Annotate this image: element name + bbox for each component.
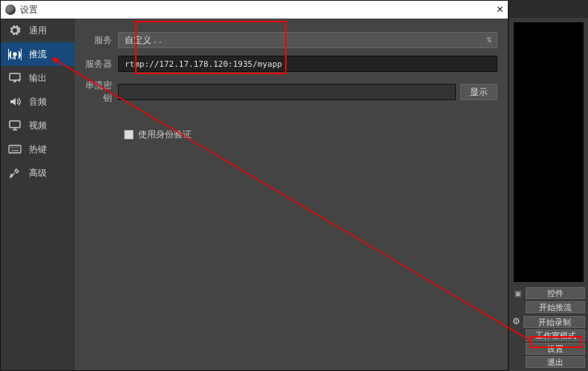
- sidebar-item-video[interactable]: 视频: [1, 114, 75, 137]
- sidebar-item-label: 通用: [29, 24, 47, 37]
- start-record-button[interactable]: 开始录制: [523, 316, 585, 328]
- sidebar-item-hotkeys[interactable]: 热键: [1, 137, 75, 161]
- chevron-updown-icon: ⇅: [486, 36, 492, 44]
- monitor-icon: [8, 73, 22, 83]
- tools-icon: [8, 167, 22, 179]
- sidebar-item-stream[interactable]: A 推流: [1, 42, 75, 66]
- sidebar-item-label: 音频: [29, 96, 47, 108]
- service-label: 服务: [85, 34, 118, 47]
- studio-mode-button[interactable]: 工作室模式: [526, 329, 585, 341]
- close-icon[interactable]: ×: [497, 3, 503, 16]
- broadcast-icon: A: [8, 48, 22, 60]
- show-button[interactable]: 显示: [460, 84, 497, 100]
- keyboard-icon: [8, 145, 22, 154]
- dock-icon[interactable]: ▣: [512, 289, 523, 298]
- window-title: 设置: [20, 4, 38, 16]
- svg-rect-1: [10, 73, 20, 80]
- speaker-icon: [8, 96, 22, 107]
- right-top-bar: [509, 0, 588, 18]
- app-icon: [5, 4, 16, 15]
- sidebar-item-label: 推流: [29, 48, 47, 61]
- sidebar-item-label: 高级: [29, 167, 47, 180]
- sidebar-item-label: 输出: [29, 72, 47, 85]
- auth-checkbox-label: 使用身份验证: [138, 128, 192, 141]
- sidebar-item-audio[interactable]: 音频: [1, 90, 75, 114]
- main-window-right: ▣ 控件 开始推流 ⚙ 开始录制 工作室模式 设置 退出: [509, 0, 588, 371]
- sidebar-item-advanced[interactable]: 高级: [1, 161, 75, 185]
- display-icon: [8, 120, 22, 131]
- main-panel: 服务 自定义 . . ⇅ 服务器 rtmp://172.17.178.120:1…: [75, 19, 508, 370]
- server-input[interactable]: rtmp://172.17.178.120:1935/myapp: [118, 56, 497, 72]
- settings-window: 设置 × 通用 A 推流 输出: [0, 0, 509, 371]
- svg-text:A: A: [12, 56, 15, 60]
- controls-title: 控件: [526, 287, 585, 299]
- svg-rect-2: [10, 121, 20, 128]
- settings-button[interactable]: 设置: [526, 343, 585, 355]
- service-select[interactable]: 自定义 . . ⇅: [118, 32, 497, 48]
- sidebar: 通用 A 推流 输出 音频: [1, 19, 75, 370]
- sidebar-item-label: 热键: [29, 143, 47, 156]
- sidebar-item-label: 视频: [29, 119, 47, 132]
- svg-rect-3: [9, 145, 21, 153]
- titlebar: 设置 ×: [1, 1, 508, 19]
- server-label: 服务器: [85, 58, 118, 70]
- sidebar-item-output[interactable]: 输出: [1, 66, 75, 90]
- exit-button[interactable]: 退出: [526, 356, 585, 368]
- start-stream-button[interactable]: 开始推流: [526, 301, 585, 313]
- stream-key-label: 串流密钥: [85, 79, 118, 105]
- controls-dock: ▣ 控件 开始推流 ⚙ 开始录制 工作室模式 设置 退出: [512, 286, 585, 368]
- sidebar-item-general[interactable]: 通用: [1, 19, 75, 42]
- preview-area: [514, 22, 584, 282]
- gear-small-icon[interactable]: ⚙: [512, 316, 520, 326]
- auth-checkbox[interactable]: [124, 130, 134, 139]
- gear-icon: [8, 24, 22, 36]
- stream-key-input[interactable]: [118, 84, 456, 100]
